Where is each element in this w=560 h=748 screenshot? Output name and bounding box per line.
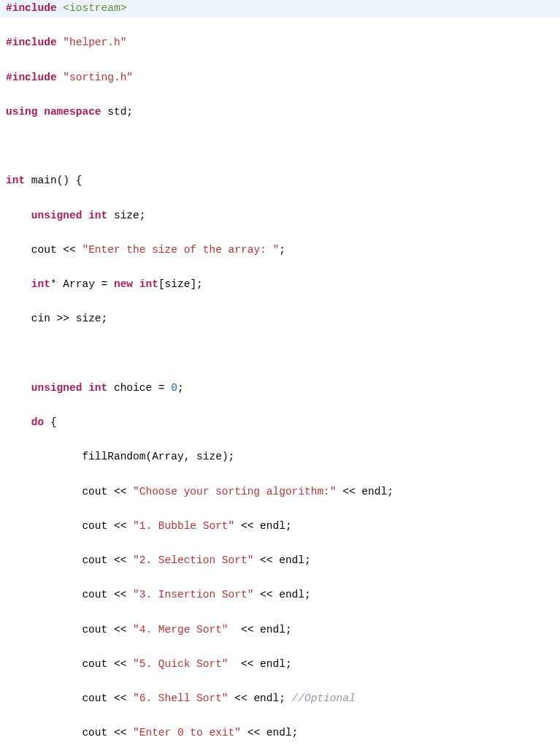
code-line: unsigned int size; [0,207,560,225]
code-line: cout << "Choose your sorting algorithm:"… [0,484,560,501]
code-line: using namespace std; [0,104,560,121]
code-line: cout << "5. Quick Sort" << endl; [0,656,560,673]
code-line: unsigned int choice = 0; [0,380,560,397]
code-line: #include "sorting.h" [0,69,560,87]
code-line: int* Array = new int[size]; [0,276,560,294]
code-line: cin >> size; [0,310,560,328]
code-line: cout << "2. Selection Sort" << endl; [0,552,560,570]
code-line: cout << "4. Merge Sort" << endl; [0,622,560,639]
code-line: fillRandom(Array, size); [0,449,560,466]
code-line: #include <iostream> [0,0,560,18]
code-line: cout << "6. Shell Sort" << endl; //Optio… [0,690,560,708]
code-line [0,138,560,156]
code-line: cout << "1. Bubble Sort" << endl; [0,518,560,535]
code-line: cout << "Enter the size of the array: "; [0,242,560,259]
code-line: cout << "Enter 0 to exit" << endl; [0,725,560,742]
code-line: cout << "3. Insertion Sort" << endl; [0,587,560,604]
code-block: #include <iostream> #include "helper.h" … [0,0,560,748]
code-line: do { [0,414,560,432]
code-line: #include "helper.h" [0,34,560,52]
code-line [0,346,560,363]
code-line: int main() { [0,172,560,190]
